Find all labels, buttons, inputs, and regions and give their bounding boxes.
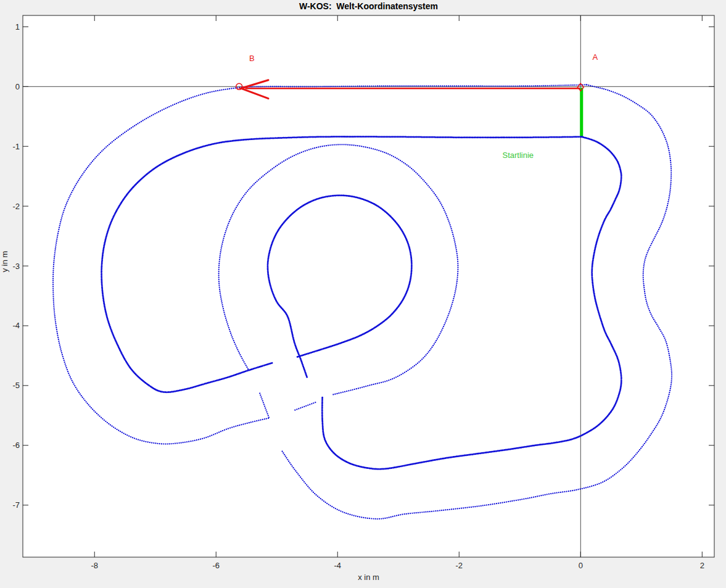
startline-label: Startlinie <box>503 151 534 160</box>
y-tick-label: 0 <box>15 82 20 91</box>
x-tick-label: -2 <box>455 561 463 570</box>
x-tick-label: -8 <box>91 561 98 570</box>
matlab-figure-window: { "chart_data": { "type": "scatter", "ti… <box>0 0 726 588</box>
y-tick-label: -1 <box>12 142 20 151</box>
point-b-label: B <box>249 54 255 63</box>
y-tick-label: -5 <box>12 381 20 390</box>
y-tick-label: -7 <box>12 500 20 510</box>
y-tick-label: -6 <box>12 441 20 450</box>
x-tick-label: -4 <box>334 561 341 570</box>
y-tick-label: -3 <box>12 262 20 271</box>
point-a-label: A <box>593 52 598 62</box>
x-axis-label: x in m <box>23 573 714 582</box>
x-tick-label: 0 <box>579 561 583 570</box>
y-tick-label: -4 <box>12 321 20 330</box>
x-tick-label: -6 <box>212 561 220 570</box>
plot-canvas: -8-6-4-20210-1-2-3-4-5-6-7 <box>0 0 726 588</box>
x-tick-label: 2 <box>700 561 704 570</box>
plot-background <box>23 15 714 557</box>
y-tick-label: 1 <box>15 22 20 31</box>
y-tick-label: -2 <box>12 202 20 211</box>
